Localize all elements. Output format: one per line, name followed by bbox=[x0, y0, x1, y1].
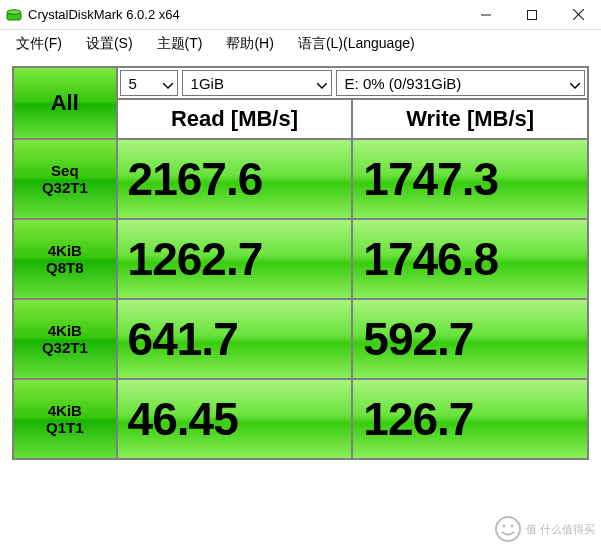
results-grid: All 5 1GiB E: 0% (0/931GiB) bbox=[12, 66, 589, 460]
menu-help[interactable]: 帮助(H) bbox=[216, 33, 283, 55]
size-select[interactable]: 1GiB bbox=[182, 70, 332, 96]
table-row: Seq Q32T1 2167.6 1747.3 bbox=[13, 139, 588, 219]
minimize-button[interactable] bbox=[463, 0, 509, 29]
menu-file[interactable]: 文件(F) bbox=[6, 33, 72, 55]
chevron-down-icon bbox=[163, 75, 173, 92]
menu-settings[interactable]: 设置(S) bbox=[76, 33, 143, 55]
all-button-label: All bbox=[51, 90, 79, 115]
test-button-4kib-q32t1[interactable]: 4KiB Q32T1 bbox=[13, 299, 117, 379]
main-panel: All 5 1GiB E: 0% (0/931GiB) bbox=[0, 58, 601, 464]
test-button-seq-q32t1[interactable]: Seq Q32T1 bbox=[13, 139, 117, 219]
write-value: 1747.3 bbox=[352, 139, 588, 219]
drive-select[interactable]: E: 0% (0/931GiB) bbox=[336, 70, 585, 96]
write-value: 592.7 bbox=[352, 299, 588, 379]
read-value: 46.45 bbox=[117, 379, 353, 459]
svg-point-6 bbox=[496, 517, 520, 541]
write-value: 1746.8 bbox=[352, 219, 588, 299]
watermark-text: 值 什么值得买 bbox=[526, 522, 595, 537]
svg-rect-3 bbox=[528, 10, 537, 19]
runs-select[interactable]: 5 bbox=[120, 70, 178, 96]
read-value: 1262.7 bbox=[117, 219, 353, 299]
table-row: 4KiB Q32T1 641.7 592.7 bbox=[13, 299, 588, 379]
window-controls bbox=[463, 0, 601, 29]
read-value: 641.7 bbox=[117, 299, 353, 379]
column-header-write: Write [MB/s] bbox=[352, 99, 588, 139]
all-button[interactable]: All bbox=[13, 67, 117, 139]
title-bar: CrystalDiskMark 6.0.2 x64 bbox=[0, 0, 601, 30]
maximize-button[interactable] bbox=[509, 0, 555, 29]
svg-point-8 bbox=[510, 525, 513, 528]
menu-theme[interactable]: 主题(T) bbox=[147, 33, 213, 55]
write-value: 126.7 bbox=[352, 379, 588, 459]
close-button[interactable] bbox=[555, 0, 601, 29]
menu-bar: 文件(F) 设置(S) 主题(T) 帮助(H) 语言(L)(Language) bbox=[0, 30, 601, 58]
column-header-read: Read [MB/s] bbox=[117, 99, 353, 139]
table-row: 4KiB Q8T8 1262.7 1746.8 bbox=[13, 219, 588, 299]
app-icon bbox=[0, 7, 28, 23]
drive-value: E: 0% (0/931GiB) bbox=[345, 75, 462, 92]
size-value: 1GiB bbox=[191, 75, 224, 92]
chevron-down-icon bbox=[317, 75, 327, 92]
table-row: 4KiB Q1T1 46.45 126.7 bbox=[13, 379, 588, 459]
svg-point-1 bbox=[7, 9, 21, 13]
watermark: 值 什么值得买 bbox=[494, 515, 595, 543]
svg-point-7 bbox=[502, 525, 505, 528]
test-button-4kib-q8t8[interactable]: 4KiB Q8T8 bbox=[13, 219, 117, 299]
runs-value: 5 bbox=[129, 75, 137, 92]
chevron-down-icon bbox=[570, 75, 580, 92]
window-title: CrystalDiskMark 6.0.2 x64 bbox=[28, 7, 463, 22]
menu-language[interactable]: 语言(L)(Language) bbox=[288, 33, 425, 55]
test-button-4kib-q1t1[interactable]: 4KiB Q1T1 bbox=[13, 379, 117, 459]
read-value: 2167.6 bbox=[117, 139, 353, 219]
smiley-icon bbox=[494, 515, 522, 543]
